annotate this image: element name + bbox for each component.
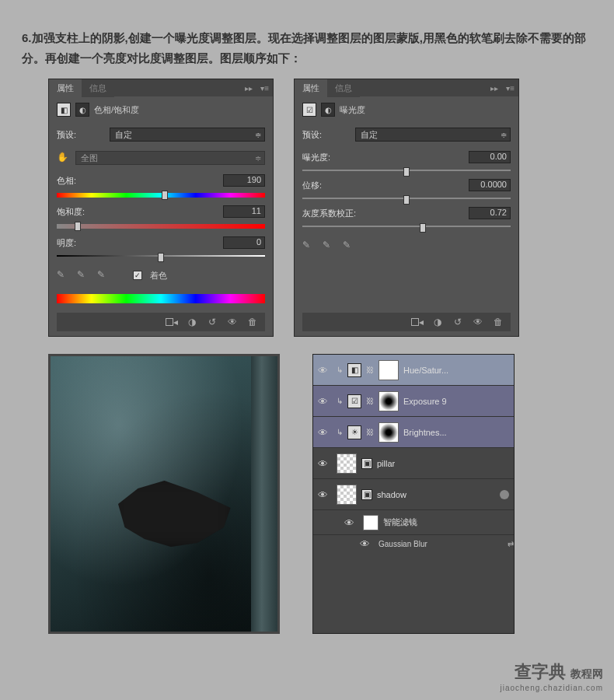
trash-icon[interactable]: 🗑: [246, 316, 259, 328]
gamma-slider[interactable]: [302, 226, 511, 227]
preset-select[interactable]: 自定: [110, 128, 265, 142]
hand-icon[interactable]: ✋: [57, 152, 69, 164]
layer-smart-filters[interactable]: 👁 智能滤镜: [313, 510, 514, 535]
saturation-slider[interactable]: [57, 224, 265, 229]
preview-image: [48, 354, 280, 634]
layer-thumb[interactable]: [337, 485, 357, 505]
exposure-input[interactable]: 0.00: [469, 151, 511, 163]
visibility-icon[interactable]: 👁: [318, 365, 332, 376]
hue-sat-icon: ◧: [347, 363, 361, 377]
lightness-slider[interactable]: [57, 255, 265, 257]
adjustment-icon: ◧: [57, 103, 71, 117]
tab-properties[interactable]: 属性: [295, 79, 327, 97]
colorize-checkbox[interactable]: ✓: [133, 271, 142, 280]
tab-info[interactable]: 信息: [327, 79, 360, 97]
layers-panel: 👁 ↳ ◧ ⛓ Hue/Satur... 👁 ↳ ☑ ⛓ Exposure 9 …: [312, 354, 515, 634]
preset-label: 预设:: [302, 129, 349, 141]
watermark: 查字典 教程网 jiaocheng.chazidian.com: [500, 660, 603, 692]
colorize-label: 着色: [150, 270, 167, 282]
eyedropper-black-icon[interactable]: ✎: [302, 240, 315, 252]
filter-settings-icon[interactable]: ⇄: [508, 540, 514, 548]
view-previous-icon[interactable]: ◑: [431, 316, 444, 328]
panel-tab-bar: 属性 信息 ▸▸ ▾≡: [295, 79, 518, 96]
visibility-icon[interactable]: 👁: [360, 538, 374, 549]
eyedropper-icon[interactable]: ✎: [57, 269, 69, 282]
clip-indicator-icon: ↳: [337, 397, 343, 405]
panel-tab-bar: 属性 信息 ▸▸ ▾≡: [49, 79, 273, 96]
layer-name[interactable]: pillar: [377, 459, 395, 468]
clip-to-layer-icon[interactable]: ◂: [411, 316, 424, 328]
visibility-icon[interactable]: 👁: [226, 316, 239, 328]
link-icon[interactable]: ⛓: [366, 366, 374, 374]
layer-name[interactable]: 智能滤镜: [383, 516, 417, 528]
eyedropper-white-icon[interactable]: ✎: [343, 240, 355, 252]
filter-indicator-icon[interactable]: [500, 490, 509, 499]
layer-name[interactable]: Exposure 9: [403, 397, 447, 406]
adjustment-icon: ☑: [302, 103, 316, 117]
exposure-slider[interactable]: [302, 170, 511, 171]
saturation-input[interactable]: 11: [223, 205, 265, 218]
layer-name[interactable]: shadow: [377, 490, 406, 499]
visibility-icon[interactable]: 👁: [318, 396, 332, 407]
gamma-label: 灰度系数校正:: [302, 208, 365, 219]
color-ramp: [57, 294, 265, 303]
panel-collapse-icon[interactable]: ▸▸: [487, 84, 502, 93]
smart-object-icon: ▣: [361, 458, 372, 469]
preset-select[interactable]: 自定: [355, 128, 511, 142]
eyedropper-plus-icon[interactable]: ✎: [77, 269, 89, 282]
exposure-panel: 属性 信息 ▸▸ ▾≡ ☑ ◐ 曝光度 预设: 自定 曝光度: 0.00 位移:: [294, 79, 519, 337]
hue-input[interactable]: 190: [223, 174, 265, 187]
link-icon[interactable]: ⛓: [366, 397, 374, 405]
exposure-label: 曝光度:: [302, 152, 349, 163]
panel-menu-icon[interactable]: ▾≡: [502, 84, 518, 93]
panel-menu-icon[interactable]: ▾≡: [256, 84, 273, 93]
reset-icon[interactable]: ↺: [206, 316, 218, 328]
eyedropper-gray-icon[interactable]: ✎: [323, 240, 335, 252]
panel-title: 色相/饱和度: [94, 104, 139, 116]
hue-saturation-panel: 属性 信息 ▸▸ ▾≡ ◧ ◐ 色相/饱和度 预设: 自定 ✋ 全图 色相: 1…: [48, 79, 274, 337]
exposure-icon: ☑: [347, 394, 361, 408]
layer-gaussian-blur[interactable]: 👁 Gaussian Blur ⇄: [313, 535, 514, 555]
layer-shadow[interactable]: 👁 ▣ shadow: [313, 479, 514, 510]
view-previous-icon[interactable]: ◑: [186, 316, 198, 328]
layer-name[interactable]: Brightnes...: [403, 428, 447, 437]
panel-title: 曝光度: [340, 104, 365, 116]
tab-info[interactable]: 信息: [82, 79, 114, 97]
offset-slider[interactable]: [302, 198, 511, 199]
clip-to-layer-icon[interactable]: ◂: [166, 316, 178, 328]
layer-thumb[interactable]: [337, 453, 357, 474]
panel-collapse-icon[interactable]: ▸▸: [241, 84, 256, 93]
hue-slider[interactable]: [57, 193, 265, 198]
visibility-icon[interactable]: 👁: [318, 427, 332, 438]
layer-brightness[interactable]: 👁 ↳ ☀ ⛓ Brightnes...: [313, 417, 514, 448]
eyedropper-minus-icon[interactable]: ✎: [97, 269, 110, 282]
layer-pillar[interactable]: 👁 ▣ pillar: [313, 448, 514, 479]
tab-properties[interactable]: 属性: [49, 79, 82, 97]
visibility-icon[interactable]: 👁: [472, 316, 484, 328]
visibility-icon[interactable]: 👁: [344, 517, 358, 528]
layer-mask[interactable]: [379, 360, 399, 380]
brightness-icon: ☀: [347, 425, 361, 439]
gamma-input[interactable]: 0.72: [469, 207, 511, 219]
layer-mask[interactable]: [379, 422, 399, 443]
layer-mask[interactable]: [379, 391, 399, 411]
visibility-icon[interactable]: 👁: [318, 458, 332, 469]
trash-icon[interactable]: 🗑: [492, 316, 504, 328]
smart-object-icon: ▣: [361, 489, 372, 500]
layer-name[interactable]: Hue/Satur...: [403, 366, 448, 375]
scope-select[interactable]: 全图: [75, 151, 265, 165]
link-icon[interactable]: ⛓: [366, 428, 374, 436]
clip-indicator-icon: ↳: [337, 428, 343, 436]
layer-hue-saturation[interactable]: 👁 ↳ ◧ ⛓ Hue/Satur...: [313, 355, 514, 386]
instruction-text: 6.加强支柱上的阴影,创建一个曝光度调整图层。现在选择调整图层的图层蒙版,用黑色…: [0, 0, 614, 79]
preset-icon[interactable]: ◐: [321, 103, 335, 117]
visibility-icon[interactable]: 👁: [318, 489, 332, 500]
filter-name[interactable]: Gaussian Blur: [379, 540, 427, 548]
layer-exposure[interactable]: 👁 ↳ ☑ ⛓ Exposure 9: [313, 386, 514, 417]
filter-mask[interactable]: [363, 515, 379, 530]
offset-input[interactable]: 0.0000: [469, 179, 511, 191]
preset-icon[interactable]: ◐: [75, 103, 89, 117]
lightness-input[interactable]: 0: [223, 236, 265, 249]
saturation-label: 饱和度:: [57, 206, 103, 218]
reset-icon[interactable]: ↺: [452, 316, 464, 328]
